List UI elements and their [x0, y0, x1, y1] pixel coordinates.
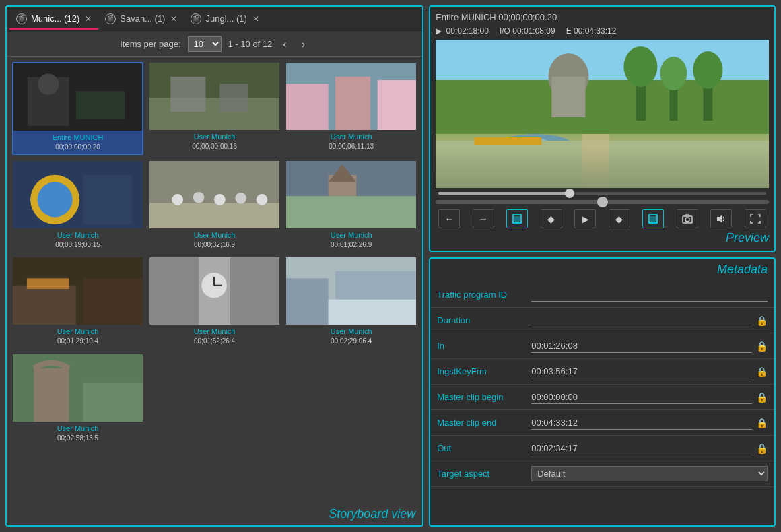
tab-savanna-close[interactable]: ✕ [170, 14, 177, 24]
meta-input-out[interactable] [531, 442, 752, 455]
thumb-7 [149, 257, 279, 325]
meta-label-duration: Duration [437, 315, 531, 325]
timecode-play: 00:02:18:00 [436, 26, 489, 36]
snapshot-button[interactable] [677, 209, 698, 228]
tab-savanna[interactable]: 🎬 Savan... (1) ✕ [98, 9, 184, 30]
meta-value-container-duration: 🔒 [531, 314, 768, 327]
meta-input-in[interactable] [531, 339, 752, 353]
mark-in-button[interactable] [506, 209, 528, 228]
prev-page-button[interactable]: ‹ [279, 37, 290, 52]
meta-value-container-ingst-key-frm: 🔒 [531, 365, 768, 378]
meta-input-ingst-key-frm[interactable] [531, 365, 752, 378]
preview-panel: Entire MUNICH 00;00;00;00.20 00:02:18:00… [429, 5, 776, 252]
goto-out-button[interactable]: ◆ [609, 209, 630, 228]
tab-munich-icon: 🎬 [16, 13, 27, 24]
meta-value-container-traffic-program-id [531, 288, 768, 302]
meta-value-container-out: 🔒 [531, 442, 768, 455]
thumb-6 [13, 257, 143, 325]
meta-label-traffic-program-id: Traffic program ID [437, 290, 531, 300]
audio-icon [716, 214, 726, 224]
tab-jungle-close[interactable]: ✕ [252, 14, 259, 24]
metadata-header: Metadata [430, 259, 774, 279]
tab-munich[interactable]: 🎬 Munic... (12) ✕ [9, 9, 98, 30]
goto-in-button[interactable]: ◆ [541, 209, 562, 228]
svg-point-22 [257, 194, 268, 205]
tab-jungle-label: Jungl... (1) [205, 13, 246, 24]
lock-icon-out: 🔒 [756, 443, 768, 454]
scrubber-container[interactable] [436, 192, 769, 195]
svg-rect-15 [83, 174, 132, 224]
preview-timecodes: 00:02:18:00 I/O 00:01:08:09 E 00:04:33:1… [436, 26, 769, 36]
metadata-scroll: Traffic program IDDuration🔒In🔒IngstKeyFr… [430, 279, 774, 525]
thumb-2 [286, 63, 416, 130]
mark-out-button[interactable] [642, 209, 664, 228]
svg-point-19 [193, 192, 205, 203]
preview-video [436, 40, 769, 188]
svg-point-52 [693, 51, 723, 89]
grid-item-0[interactable]: Entire MUNICH00;00;00;00.20 [12, 62, 143, 155]
lock-icon-duration: 🔒 [756, 315, 768, 326]
svg-rect-3 [76, 91, 125, 119]
scrubber-track[interactable] [438, 192, 766, 195]
items-per-page-label: Items per page: [120, 39, 180, 49]
main-scrubber-thumb[interactable] [597, 197, 608, 207]
grid-item-3[interactable]: User Munich00;00;19;03.15 [12, 160, 143, 252]
meta-input-duration[interactable] [531, 314, 752, 327]
next-page-button[interactable]: › [298, 37, 309, 52]
svg-rect-37 [286, 278, 329, 325]
svg-rect-10 [335, 77, 370, 130]
scrubber-thumb[interactable] [565, 189, 574, 198]
svg-rect-41 [34, 368, 69, 422]
grid-container: Entire MUNICH00;00;00;00.20User Munich00… [7, 57, 422, 503]
meta-value-container-master-clip-end: 🔒 [531, 416, 768, 430]
metadata-panel: Metadata Traffic program IDDuration🔒In🔒I… [429, 257, 776, 527]
grid-item-2[interactable]: User Munich00;00;06;11.13 [285, 62, 417, 155]
meta-row-duration: Duration🔒 [430, 308, 774, 333]
svg-point-63 [685, 218, 689, 222]
grid-item-9[interactable]: User Munich00;02;58;13.5 [12, 354, 143, 445]
svg-rect-57 [582, 134, 609, 188]
tab-munich-close[interactable]: ✕ [85, 14, 92, 24]
lock-icon-in: 🔒 [756, 341, 768, 352]
svg-point-48 [624, 46, 658, 87]
svg-rect-44 [436, 80, 769, 134]
svg-rect-42 [83, 383, 143, 422]
meta-label-ingst-key-frm: IngstKeyFrm [437, 366, 531, 376]
meta-row-target-aspect: Target aspectDefault4:316:91:1 [430, 461, 774, 487]
lock-icon-ingst-key-frm: 🔒 [756, 366, 768, 377]
grid-item-5[interactable]: User Munich00;01;02;26.9 [285, 160, 417, 252]
item-label-0: Entire MUNICH00;00;00;00.20 [13, 131, 142, 154]
prev-frame-button[interactable]: ← [438, 209, 460, 228]
meta-value-container-target-aspect: Default4:316:91:1 [531, 466, 768, 481]
meta-input-traffic-program-id[interactable] [531, 288, 768, 302]
items-per-page-select[interactable]: 1052050 [188, 36, 222, 52]
svg-rect-29 [83, 278, 143, 325]
right-column: Entire MUNICH 00;00;00;00.20 00:02:18:00… [429, 5, 776, 527]
meta-value-container-master-clip-begin: 🔒 [531, 391, 768, 404]
meta-select-target-aspect[interactable]: Default4:316:91:1 [531, 466, 768, 481]
thumb-1 [149, 63, 279, 130]
meta-input-master-clip-begin[interactable] [531, 391, 752, 404]
lock-icon-master-clip-begin: 🔒 [756, 392, 768, 403]
grid-item-7[interactable]: User Munich00;01;52;26.4 [149, 257, 280, 348]
thumb-4 [149, 161, 279, 228]
svg-rect-9 [286, 84, 329, 130]
item-label-1: User Munich00;00;00;00.16 [149, 130, 279, 153]
next-frame-button[interactable]: → [473, 209, 494, 228]
grid-item-6[interactable]: User Munich00;01;29;10.4 [12, 257, 143, 348]
svg-point-18 [172, 194, 183, 205]
tab-jungle-icon: 🎬 [191, 13, 201, 24]
tab-jungle[interactable]: 🎬 Jungl... (1) ✕ [184, 9, 265, 30]
play-button[interactable]: ▶ [574, 209, 596, 228]
page-info: 1 - 10 of 12 [228, 39, 273, 49]
grid-item-4[interactable]: User Munich00;00;32;16.9 [149, 160, 280, 252]
fullscreen-button[interactable] [745, 209, 766, 228]
grid-item-8[interactable]: User Munich00;02;29;06.4 [285, 257, 417, 348]
meta-input-master-clip-end[interactable] [531, 416, 752, 430]
meta-row-out: Out🔒 [430, 436, 774, 461]
preview-watermark: Preview [436, 231, 769, 245]
audio-button[interactable] [710, 209, 732, 228]
grid-item-1[interactable]: User Munich00;00;00;00.16 [149, 62, 280, 155]
svg-rect-56 [475, 137, 542, 145]
main-scrubber[interactable] [436, 200, 769, 204]
